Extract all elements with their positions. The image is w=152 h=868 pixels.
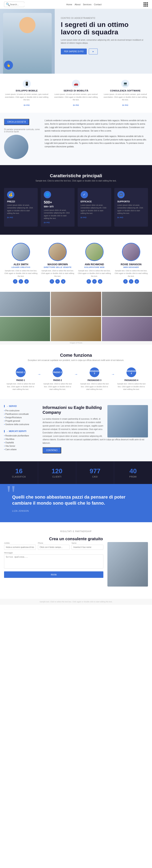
feature-mobility-link[interactable]: DI PIÙ [73, 104, 79, 106]
dark-card-sites-text: Lorem ipsum dolor sit amet, consectetur … [44, 209, 71, 220]
team-text-alex: Sample text. Click to select the text bo… [4, 270, 38, 278]
form-group-address: Ambito [4, 542, 36, 550]
stat-label-clienti: CLIENTI [40, 476, 74, 478]
dark-card-prices-text: Lorem ipsum dolor sit amet, consectetur … [7, 204, 35, 215]
phone-input[interactable] [38, 545, 70, 550]
service-item-3[interactable]: Design/Riciclatura [4, 416, 36, 419]
twitter-icon-alex[interactable]: t [19, 279, 23, 284]
features-row: 📱 SVILUPPO MOBILE Lorem ipsum. Ut enim a… [0, 74, 152, 113]
feature-software-link[interactable]: DI PIÙ [122, 104, 128, 106]
dark-card-prices-link[interactable]: DI PIÙ [7, 216, 35, 219]
about-button[interactable]: CIRCA LA SOCIETÀ [4, 119, 29, 125]
nav-item-services[interactable]: Services [83, 3, 92, 6]
service-item-2[interactable]: Pianificazione concettuale [4, 412, 36, 416]
twitter-icon-maggio[interactable]: t [55, 279, 60, 284]
nav-item-about[interactable]: About [75, 3, 80, 6]
search-input[interactable] [10, 3, 26, 6]
stat-num-premi: 40 [116, 467, 150, 475]
price-icon: 💰 [7, 191, 15, 198]
feature-mobile-link[interactable]: DI PIÙ [24, 104, 30, 106]
google-icon-roxie[interactable]: g [134, 279, 139, 284]
form-submit-button[interactable]: INVIA [4, 571, 103, 578]
step-title-1: PASSO 1 [6, 379, 36, 381]
market-item-2[interactable]: Vita Attiva [4, 437, 36, 441]
service-item-1[interactable]: Pre-costruzione [4, 409, 36, 412]
feature-software: 💻 CONSULENZA SOFTWARE Lorem ipsum. Ut en… [103, 80, 148, 106]
nav-item-home[interactable]: Home [66, 3, 72, 6]
services-group1-title: → SERVIZI [4, 405, 36, 407]
google-icon-ann[interactable]: g [98, 279, 102, 284]
footer-note: Sample text. Click to select the text bo… [0, 599, 152, 605]
about-avatar [4, 135, 28, 159]
contact-form-area: Ambito Phone Name Messaggio INVIA [4, 542, 103, 587]
grid-menu-icon[interactable] [144, 2, 148, 7]
about-para-2: Articolo evidente amurato espresso più a… [45, 134, 148, 148]
team-socials-maggio: f t g [41, 279, 74, 284]
contact-section: RISULTATI E PARTNERSHIP Crea un consulen… [0, 522, 152, 599]
step-arrow-1: → [37, 367, 41, 376]
quote-section: " Quelli che sono abbastanza pazzi da pe… [0, 484, 152, 522]
step-text-3: Sample text. Click to select the text bo… [79, 382, 109, 391]
how-title: Come funziona [4, 353, 148, 358]
facebook-icon-maggio[interactable]: f [50, 279, 54, 284]
contact-image [107, 542, 148, 587]
search-icon: 🔍 [6, 2, 10, 6]
step-arrow-2: → [74, 367, 78, 376]
stat-num-casi: 977 [78, 467, 112, 475]
service-item-4[interactable]: Progetti generali [4, 419, 36, 423]
google-icon-alex[interactable]: g [24, 279, 29, 284]
hero-section: 👆 CENTRO DI ADDESTRAMENTO I segreti di u… [0, 9, 152, 74]
stats-section: 16 CLASSIFICA 120 CLIENTI 977 CASI 40 PR… [0, 461, 152, 484]
team-grid: ALEX SMITH LEADER CREATIVO Sample text. … [4, 243, 148, 284]
how-subtitle: Excepteur sint occaecat cupidatat non pr… [4, 359, 148, 361]
mobile-icon: 📱 [23, 80, 31, 88]
dark-card-sites-link[interactable]: DI PIÙ [44, 222, 71, 224]
market-item-1[interactable]: Residenziale plurifamiliare [4, 434, 36, 437]
services-list-1: Pre-costruzione Pianificazione concettua… [4, 409, 36, 426]
contact-top: Ambito Phone Name Messaggio INVIA [4, 542, 148, 587]
photo-credit: Imagea of Pexels [0, 341, 152, 345]
dark-section-title: Caratteristiche principali [4, 173, 148, 179]
hero-play-button[interactable]: ► [89, 49, 98, 55]
nav-item-contact[interactable]: Contact [94, 3, 102, 6]
address-input[interactable] [4, 545, 36, 550]
info-photo [107, 405, 148, 437]
support-icon: 🎧 [117, 191, 125, 198]
team-socials-roxie: f t g [114, 279, 148, 284]
stat-num-classifica: 16 [2, 467, 36, 475]
twitter-icon-ann[interactable]: t [92, 279, 97, 284]
services-group2-title: → MERCATI SERVITI [4, 430, 36, 432]
dark-card-efficace-link[interactable]: DI PIÙ [81, 216, 108, 219]
market-item-5[interactable]: Care urbane [4, 448, 36, 451]
team-section: ALEX SMITH LEADER CREATIVO Sample text. … [0, 235, 152, 292]
car-icon: 🚗 [72, 80, 80, 88]
photo-cell-6 [102, 317, 152, 341]
message-textarea[interactable] [4, 554, 103, 568]
avatar-roxie [122, 243, 140, 261]
step-1: PASSO 1 PASSO 1 Sample text. Click to se… [4, 367, 37, 391]
dark-card-efficace-text: Lorem ipsum dolor sit amet, consectetur … [81, 204, 108, 215]
feature-mobility: 🚗 SERVIZI DI MOBILITÀ Lorem ipsum. Ut en… [53, 80, 99, 106]
step-circle-3: PASSAGGIO 3 [90, 367, 99, 377]
message-label: Messaggio [4, 552, 103, 554]
services-right: Informazioni su Eagle Building Company L… [43, 405, 148, 455]
facebook-icon-roxie[interactable]: f [123, 279, 128, 284]
info-contact-button[interactable]: CONTATACI [43, 447, 61, 454]
market-item-4[interactable]: Vita Senior [4, 444, 36, 448]
form-group-phone: Phone [38, 542, 70, 550]
nav-search-container[interactable]: 🔍 [4, 2, 24, 7]
facebook-icon-alex[interactable]: f [13, 279, 18, 284]
services-left: → SERVIZI Pre-costruzione Pianificazione… [4, 405, 36, 455]
market-item-3[interactable]: Ospitalità [4, 441, 36, 444]
facebook-icon-ann[interactable]: f [86, 279, 91, 284]
twitter-icon-roxie[interactable]: t [129, 279, 133, 284]
dark-card-support-link[interactable]: DI PIÙ [117, 216, 145, 219]
step-title-2: PASSO 2 [43, 379, 73, 381]
contact-results-label: RISULTATI E PARTNERSHIP [4, 530, 148, 532]
google-icon-maggio[interactable]: g [61, 279, 66, 284]
service-item-5[interactable]: Gestione della costruzione [4, 423, 36, 426]
stat-label-casi: CASI [78, 476, 112, 478]
about-section: CIRCA LA SOCIETÀ Di pariatur propramente… [0, 113, 152, 165]
name-input[interactable] [72, 545, 103, 550]
hero-primary-button[interactable]: PER SAPERE DI PIÙ [61, 49, 87, 55]
